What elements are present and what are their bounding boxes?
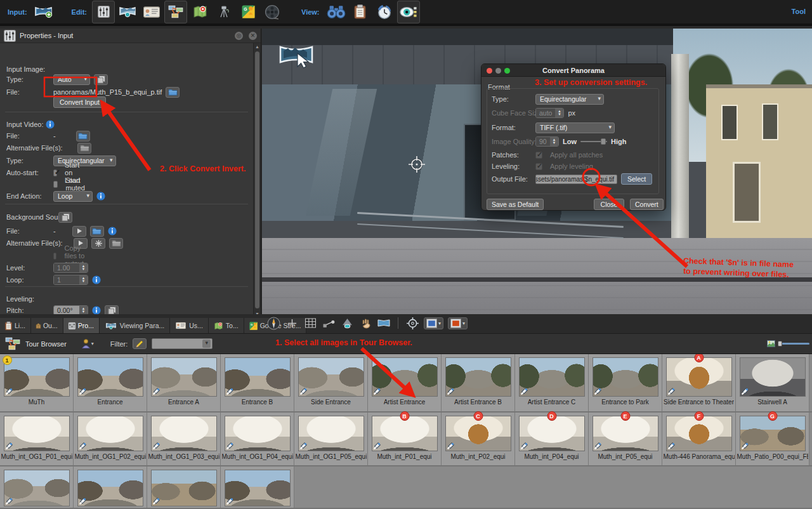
tour-item-artist-entrance[interactable]: Artist Entrance bbox=[368, 354, 442, 411]
input-panorama-button[interactable] bbox=[32, 1, 55, 23]
float-panel-button[interactable]: ◎ bbox=[235, 32, 243, 40]
animation-button[interactable] bbox=[373, 1, 396, 23]
tour-item-artist-entrance-b[interactable]: Artist Entrance B bbox=[442, 354, 515, 411]
input-type-dropdown[interactable]: Auto bbox=[53, 74, 90, 85]
save-as-default-button[interactable]: Save as Default bbox=[487, 199, 544, 210]
node-tool-button[interactable] bbox=[322, 316, 336, 330]
center-view-button[interactable] bbox=[405, 316, 419, 330]
tab-ou[interactable]: Ou... bbox=[31, 318, 63, 333]
tab-pro[interactable]: Pro... bbox=[63, 318, 100, 333]
copy-sound-button[interactable] bbox=[58, 212, 72, 223]
tab-us[interactable]: Us... bbox=[170, 318, 209, 333]
tab-to[interactable]: To... bbox=[209, 318, 244, 333]
tour-item-muth-int-og1-p02-equi[interactable]: Muth_int_OG1_P02_equi bbox=[74, 413, 147, 465]
tour-item-muth-446-panorama-equi[interactable]: FMuth-446 Panorama_equi bbox=[662, 413, 736, 465]
output-file-input[interactable]: th-Assets/panoramas/$n_equi.tif bbox=[535, 175, 617, 184]
panorama-mode-button[interactable] bbox=[377, 316, 391, 330]
loop-stepper[interactable]: 1▲▼ bbox=[53, 275, 88, 285]
end-action-dropdown[interactable]: Loop bbox=[53, 191, 93, 202]
info-icon[interactable] bbox=[46, 120, 55, 129]
tour-item-entrance-to-park[interactable]: Entrance to Park bbox=[589, 354, 662, 411]
grid-button[interactable] bbox=[303, 316, 317, 330]
scrollbar-thumb[interactable] bbox=[255, 51, 259, 308]
tour-item-muth-int-og1-p04-equi[interactable]: Muth_int_OG1_P04_equi bbox=[221, 413, 294, 465]
tour-item-muth-int-p04-equi[interactable]: DMuth_int_P04_equi bbox=[515, 413, 589, 465]
tour-item-muth-patio-p00-equi-fb[interactable]: GMuth_Patio_P00_equi_FB bbox=[736, 413, 809, 465]
tour-browser-button[interactable] bbox=[164, 1, 187, 23]
apply-patches-checkbox[interactable] bbox=[535, 152, 542, 159]
minimize-window-button[interactable] bbox=[495, 68, 501, 74]
level-stepper[interactable]: 1.00▲▼ bbox=[53, 263, 88, 273]
add-point-button[interactable] bbox=[285, 316, 299, 330]
sort-dropdown[interactable]: ▾ bbox=[82, 339, 94, 348]
convert-input-button[interactable]: Convert Input bbox=[53, 96, 106, 108]
edit-filter-button[interactable] bbox=[133, 338, 147, 349]
tour-item-entrance-a[interactable]: Entrance A bbox=[147, 354, 221, 411]
browse-alt-files-button[interactable] bbox=[77, 143, 91, 154]
tour-item[interactable] bbox=[147, 466, 221, 508]
tour-item-artist-entrance-c[interactable]: Artist Entrance C bbox=[515, 354, 589, 411]
close-window-button[interactable] bbox=[487, 68, 492, 74]
tour-item-muth-int-og1-p03-equi[interactable]: Muth_int_OG1_P03_equi bbox=[147, 413, 221, 465]
image-quality-stepper[interactable]: 90▲▼ bbox=[535, 136, 559, 147]
browse-alt-sound-button[interactable] bbox=[109, 238, 123, 249]
tour-item-stairwell-a[interactable]: Stairwell A bbox=[736, 354, 809, 411]
copy-settings-button[interactable] bbox=[94, 74, 108, 85]
convert-button[interactable]: Convert bbox=[630, 199, 664, 210]
panel-scrollbar[interactable]: ▲ ▼ bbox=[253, 43, 261, 317]
tour-item-muth-int-p05-equi[interactable]: EMuth_int_P05_equi bbox=[589, 413, 662, 465]
cube-face-size-stepper[interactable]: auto▲▼ bbox=[535, 108, 564, 118]
thumbnail-size-slider[interactable] bbox=[778, 343, 809, 345]
patch-tool-button[interactable] bbox=[213, 1, 235, 23]
components-list-button[interactable] bbox=[349, 1, 372, 23]
tour-item[interactable] bbox=[221, 466, 294, 508]
tour-item-entrance-b[interactable]: Entrance B bbox=[221, 354, 294, 411]
tour-item-muth[interactable]: 1MuTh bbox=[0, 354, 74, 411]
dlg-type-dropdown[interactable]: Equirectangular bbox=[535, 94, 604, 105]
tour-item-muth-int-og1-p05-equi[interactable]: Muth_int_OG1_P05_equi bbox=[294, 413, 368, 465]
info-icon[interactable] bbox=[108, 227, 117, 235]
filter-dropdown[interactable] bbox=[152, 338, 213, 349]
start-on-load-checkbox[interactable] bbox=[53, 169, 57, 176]
preview-button[interactable] bbox=[397, 1, 420, 23]
tour-item-side-entrance-to-theater[interactable]: ASide Entrance to Theater bbox=[662, 354, 736, 411]
tour-item[interactable] bbox=[74, 466, 147, 508]
info-icon[interactable] bbox=[92, 306, 101, 315]
tour-item[interactable] bbox=[0, 466, 74, 508]
info-icon[interactable] bbox=[96, 192, 105, 201]
properties-button[interactable] bbox=[92, 1, 115, 23]
find-button[interactable] bbox=[325, 1, 348, 23]
dlg-format-dropdown[interactable]: TIFF (.tif) bbox=[535, 122, 615, 133]
time-button[interactable] bbox=[266, 316, 280, 330]
tour-item-entrance[interactable]: Entrance bbox=[74, 354, 147, 411]
select-output-button[interactable]: Select bbox=[621, 173, 652, 185]
video-button[interactable] bbox=[261, 1, 284, 23]
browse-video-button[interactable] bbox=[76, 131, 90, 142]
tour-item-side-entrance[interactable]: Side Entrance bbox=[294, 354, 368, 411]
projection-button[interactable] bbox=[340, 316, 354, 330]
tab-viewing para[interactable]: Viewing Para... bbox=[100, 318, 170, 333]
pan-tool-button[interactable] bbox=[358, 316, 372, 330]
quality-slider[interactable] bbox=[580, 141, 607, 142]
street-view-button[interactable]: G bbox=[237, 1, 259, 23]
close-dialog-button[interactable]: Close bbox=[594, 199, 624, 210]
dialog-titlebar[interactable]: Convert Panorama bbox=[481, 64, 665, 77]
tour-item-muth-int-og1-p01-equi[interactable]: Muth_int_OG1_P01_equi bbox=[0, 413, 74, 465]
convert-sound-button[interactable] bbox=[91, 238, 105, 249]
start-muted-checkbox[interactable] bbox=[53, 181, 58, 188]
view-mode-red-button[interactable]: ▾ bbox=[448, 317, 468, 329]
play-sound-button[interactable] bbox=[72, 226, 86, 237]
tab-li[interactable]: Li... bbox=[0, 318, 31, 333]
view-mode-blue-button[interactable]: ▾ bbox=[424, 317, 443, 329]
tour-item-muth-int-p01-equi[interactable]: BMuth_int_P01_equi bbox=[368, 413, 442, 465]
info-icon[interactable] bbox=[92, 275, 101, 284]
zoom-window-button[interactable] bbox=[504, 68, 510, 74]
browse-file-button[interactable] bbox=[166, 87, 180, 98]
tour-item-muth-int-p02-equi[interactable]: CMuth_int_P02_equi bbox=[442, 413, 515, 465]
map-button[interactable] bbox=[188, 1, 211, 23]
copy-files-checkbox[interactable] bbox=[53, 253, 56, 260]
user-data-button[interactable] bbox=[140, 1, 163, 23]
apply-leveling-checkbox[interactable] bbox=[535, 163, 542, 170]
viewing-parameters-button[interactable] bbox=[116, 1, 139, 23]
scroll-up-arrow[interactable]: ▲ bbox=[254, 43, 261, 50]
